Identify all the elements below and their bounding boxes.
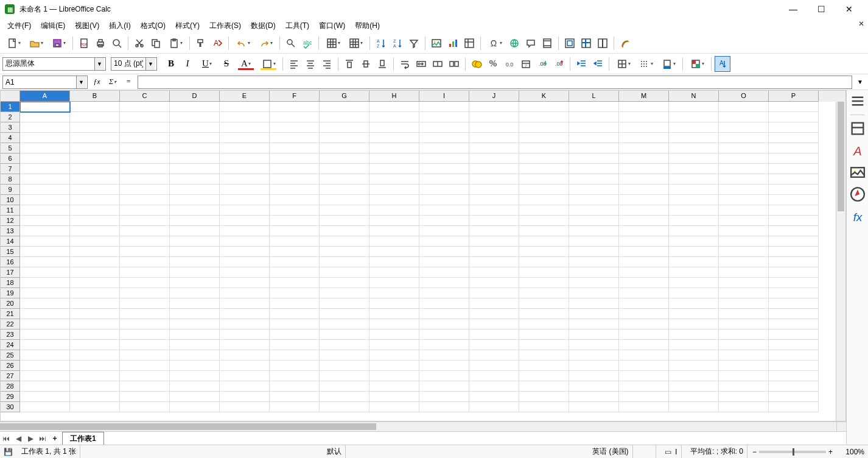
column-header[interactable]: I [419,91,469,102]
cell[interactable] [20,381,70,392]
cell[interactable] [320,340,369,350]
cell[interactable] [369,392,419,402]
cell[interactable] [469,278,519,288]
cell[interactable] [170,288,220,298]
cell[interactable] [669,122,719,133]
cell[interactable] [469,350,519,361]
cell[interactable] [669,247,719,257]
cell[interactable] [619,112,669,122]
cell[interactable] [519,185,569,195]
equals-icon[interactable]: = [122,76,135,89]
cell[interactable] [769,350,819,361]
cell[interactable] [719,122,769,133]
cell[interactable] [70,350,120,361]
cell[interactable] [369,288,419,298]
cell[interactable] [469,164,519,174]
row-header[interactable]: 3 [1,122,20,133]
cell[interactable] [619,102,669,112]
row-header[interactable]: 26 [1,361,20,371]
cell[interactable] [70,371,120,381]
cell[interactable] [519,350,569,361]
cell[interactable] [270,381,320,392]
cell[interactable] [769,236,819,247]
cell[interactable] [320,371,369,381]
cell[interactable] [519,340,569,350]
cell[interactable] [469,340,519,350]
cell[interactable] [270,392,320,402]
cell[interactable] [20,164,70,174]
cell[interactable] [220,226,270,236]
cell[interactable] [20,257,70,267]
cell[interactable] [569,267,619,278]
cell[interactable] [369,216,419,226]
cell[interactable] [619,278,669,288]
cell[interactable] [170,143,220,153]
cell[interactable] [70,278,120,288]
row-header[interactable]: 11 [1,205,20,216]
row-header[interactable]: 19 [1,288,20,298]
cell[interactable] [220,153,270,164]
cell[interactable] [419,153,469,164]
cell[interactable] [369,133,419,143]
cell[interactable] [419,247,469,257]
open-icon[interactable]: ▾ [25,35,47,51]
cell[interactable] [669,164,719,174]
cell[interactable] [320,226,369,236]
cell[interactable] [170,392,220,402]
cell[interactable] [20,185,70,195]
row-header[interactable]: 7 [1,164,20,174]
cell[interactable] [719,102,769,112]
cell[interactable] [769,298,819,309]
cell[interactable] [619,361,669,371]
cell[interactable] [569,319,619,329]
cell[interactable] [669,153,719,164]
cell[interactable] [569,236,619,247]
cell[interactable] [120,143,170,153]
cell[interactable] [569,133,619,143]
cell[interactable] [569,298,619,309]
merge-center-icon[interactable] [430,56,446,72]
cell[interactable] [320,122,369,133]
cell[interactable] [170,361,220,371]
row-header[interactable]: 18 [1,278,20,288]
cell[interactable] [270,226,320,236]
show-draw-icon[interactable] [617,35,633,51]
cell[interactable] [70,122,120,133]
cell[interactable] [469,402,519,412]
cell[interactable] [619,371,669,381]
cell[interactable] [469,371,519,381]
cell[interactable] [320,164,369,174]
cell[interactable] [519,174,569,185]
row-headers[interactable]: 1234567891011121314151617181920212223242… [1,102,20,412]
cell[interactable] [70,174,120,185]
cell[interactable] [70,143,120,153]
align-center-icon[interactable] [303,56,318,72]
cell[interactable] [270,122,320,133]
cell[interactable] [719,267,769,278]
cell[interactable] [369,278,419,288]
add-sheet-button[interactable]: + [49,434,61,443]
name-box-input[interactable] [3,76,76,88]
cell[interactable] [469,257,519,267]
row-header[interactable]: 16 [1,257,20,267]
cell[interactable] [569,216,619,226]
cell[interactable] [320,174,369,185]
row-header[interactable]: 25 [1,350,20,361]
cell-style-status[interactable]: 默认 [323,445,346,458]
cell[interactable] [519,153,569,164]
cell[interactable] [320,288,369,298]
cell[interactable] [120,153,170,164]
cell[interactable] [769,288,819,298]
column-header[interactable]: C [120,91,170,102]
cell[interactable] [569,392,619,402]
menu-4[interactable]: 格式(O) [136,19,170,32]
cell[interactable] [20,122,70,133]
cell[interactable] [120,236,170,247]
cell[interactable] [120,278,170,288]
cell[interactable] [270,102,320,112]
cell[interactable] [270,247,320,257]
cell[interactable] [619,143,669,153]
cell[interactable] [619,309,669,319]
cell[interactable] [20,329,70,340]
cell[interactable] [469,361,519,371]
